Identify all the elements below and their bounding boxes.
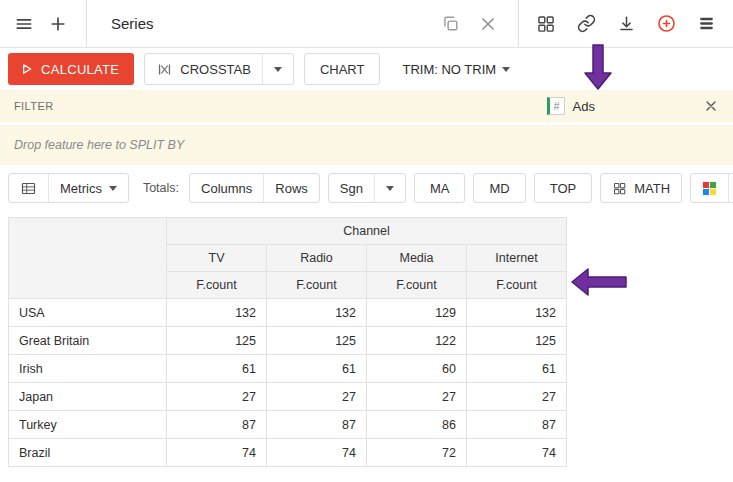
cell[interactable]: 87 — [267, 411, 367, 439]
new-tab-button[interactable] — [44, 10, 72, 38]
cell[interactable]: 125 — [267, 327, 367, 355]
cell[interactable]: 61 — [267, 355, 367, 383]
filter-chip-ads[interactable]: # Ads — [547, 97, 595, 115]
cell[interactable]: 27 — [467, 383, 567, 411]
totals-rows-button[interactable]: Rows — [263, 174, 319, 202]
cell[interactable]: 74 — [167, 439, 267, 467]
cell[interactable]: 27 — [367, 383, 467, 411]
trim-label: TRIM: NO TRIM — [402, 62, 496, 77]
column-header-internet[interactable]: Internet — [467, 245, 567, 272]
table-grid-icon — [20, 180, 37, 197]
topbar-divider — [86, 0, 87, 48]
split-by-dropzone[interactable]: Drop feature here to SPLIT BY — [0, 125, 733, 165]
topbar: Series — [0, 0, 733, 48]
ma-button[interactable]: MA — [414, 173, 466, 203]
link-icon — [577, 14, 596, 33]
cell[interactable]: 125 — [167, 327, 267, 355]
filter-chip-label: Ads — [573, 99, 595, 114]
cell[interactable]: 74 — [267, 439, 367, 467]
row-label[interactable]: USA — [9, 299, 167, 327]
crosstab-button[interactable]: CROSSTAB — [145, 54, 262, 84]
palette-group — [690, 173, 733, 203]
download-icon — [617, 14, 636, 33]
metrics-dropdown-button[interactable]: Metrics — [48, 174, 128, 202]
measure-header[interactable]: F.count — [367, 272, 467, 299]
cell[interactable]: 129 — [367, 299, 467, 327]
filter-dropzone[interactable]: FILTER # Ads — [0, 90, 733, 122]
corner-cell — [9, 218, 167, 299]
remove-filter-button[interactable] — [703, 98, 719, 114]
download-button[interactable] — [612, 10, 640, 38]
top-button[interactable]: TOP — [534, 173, 593, 203]
cell[interactable]: 87 — [167, 411, 267, 439]
list-icon — [697, 14, 716, 33]
cell[interactable]: 27 — [267, 383, 367, 411]
column-header-media[interactable]: Media — [367, 245, 467, 272]
row-label[interactable]: Brazil — [9, 439, 167, 467]
sgn-dropdown-button[interactable] — [374, 174, 405, 202]
caret-down-icon — [109, 186, 117, 191]
caret-down-icon — [502, 67, 510, 72]
topbar-actions — [518, 0, 733, 47]
cell[interactable]: 122 — [367, 327, 467, 355]
table-row: Great Britain 125 125 122 125 — [9, 327, 567, 355]
modules-button[interactable] — [532, 10, 560, 38]
column-header-radio[interactable]: Radio — [267, 245, 367, 272]
math-grid-icon — [612, 181, 627, 196]
tab-actions — [436, 10, 518, 38]
math-group: MATH — [600, 173, 682, 203]
column-group-header[interactable]: Channel — [167, 218, 567, 245]
split-by-placeholder: Drop feature here to SPLIT BY — [14, 138, 184, 152]
close-tab-button[interactable] — [474, 10, 502, 38]
table-view-button[interactable] — [9, 174, 48, 202]
table-row: Brazil 74 74 72 74 — [9, 439, 567, 467]
caret-down-icon — [386, 186, 394, 191]
cell[interactable]: 60 — [367, 355, 467, 383]
table-row: Turkey 87 87 86 87 — [9, 411, 567, 439]
measure-header[interactable]: F.count — [167, 272, 267, 299]
share-link-button[interactable] — [572, 10, 600, 38]
menu-button[interactable] — [10, 10, 38, 38]
action-toolbar: CALCULATE CROSSTAB CHART TRIM: NO TRIM — [0, 48, 733, 90]
cell[interactable]: 132 — [167, 299, 267, 327]
sgn-group: Sgn — [328, 173, 406, 203]
crosstab-label: CROSSTAB — [180, 62, 251, 77]
cell[interactable]: 27 — [167, 383, 267, 411]
row-label[interactable]: Japan — [9, 383, 167, 411]
numeric-feature-icon: # — [547, 97, 565, 115]
cell[interactable]: 61 — [167, 355, 267, 383]
duplicate-tab-button[interactable] — [436, 10, 464, 38]
play-icon — [18, 61, 34, 77]
totals-columns-button[interactable]: Columns — [190, 174, 263, 202]
calculate-button[interactable]: CALCULATE — [8, 53, 134, 85]
row-label[interactable]: Irish — [9, 355, 167, 383]
add-widget-button[interactable] — [652, 10, 680, 38]
cell[interactable]: 87 — [467, 411, 567, 439]
measure-header[interactable]: F.count — [467, 272, 567, 299]
math-button[interactable]: MATH — [601, 174, 681, 202]
close-icon — [703, 98, 719, 114]
datasets-button[interactable] — [692, 10, 720, 38]
hash-glyph: # — [554, 100, 560, 112]
palette-dropdown-button[interactable] — [728, 174, 733, 202]
sgn-button[interactable]: Sgn — [329, 174, 374, 202]
chart-button[interactable]: CHART — [304, 53, 381, 85]
modules-icon — [536, 14, 556, 34]
trim-dropdown-button[interactable]: TRIM: NO TRIM — [396, 62, 516, 77]
cell[interactable]: 86 — [367, 411, 467, 439]
cell[interactable]: 61 — [467, 355, 567, 383]
cell[interactable]: 74 — [467, 439, 567, 467]
row-label[interactable]: Turkey — [9, 411, 167, 439]
annotation-arrow-left-icon — [571, 268, 627, 296]
palette-button[interactable] — [691, 174, 728, 202]
md-button[interactable]: MD — [473, 173, 525, 203]
cell[interactable]: 125 — [467, 327, 567, 355]
cell[interactable]: 72 — [367, 439, 467, 467]
cell[interactable]: 132 — [267, 299, 367, 327]
cell[interactable]: 132 — [467, 299, 567, 327]
topbar-left: Series — [0, 0, 154, 47]
column-header-tv[interactable]: TV — [167, 245, 267, 272]
crosstab-dropdown-button[interactable] — [262, 54, 293, 84]
measure-header[interactable]: F.count — [267, 272, 367, 299]
row-label[interactable]: Great Britain — [9, 327, 167, 355]
